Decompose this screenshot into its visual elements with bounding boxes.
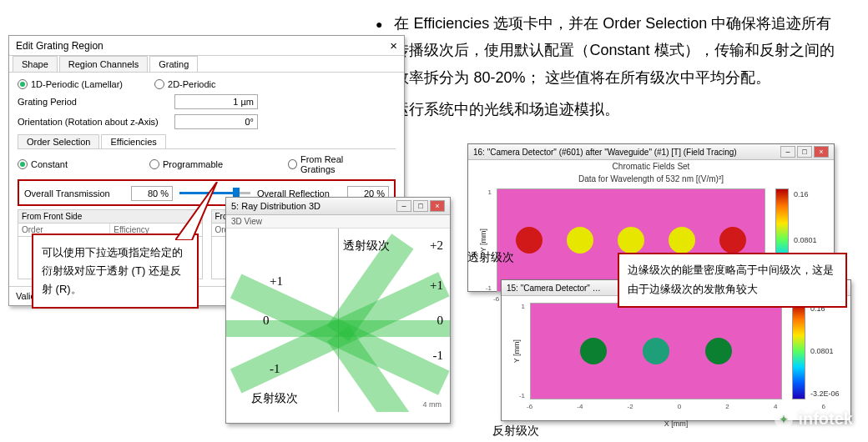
raywin-title: 5: Ray Distribution 3D: [231, 201, 320, 211]
raywin-subtitle: 3D View: [226, 215, 450, 229]
orientation-label: Orientation (Rotation about z-Axis): [18, 117, 168, 127]
callout-box: 可以使用下拉选项指定给定的衍射级对应于透射 (T) 还是反射 (R)。: [32, 234, 199, 309]
order-minus1-r: -1: [433, 349, 444, 363]
grating-period-label: Grating Period: [18, 97, 168, 107]
bullet-list: ●在 Efficiencies 选项卡中，并在 Order Selection …: [376, 10, 843, 129]
close-icon[interactable]: ×: [814, 146, 829, 158]
subtab-efficiencies[interactable]: Efficiencies: [101, 134, 165, 148]
order-zero-r: 0: [437, 314, 444, 328]
fieldwin-trans-subhead: Chromatic Fields Set: [468, 160, 834, 173]
ray-canvas[interactable]: 透射级次 反射级次 +2 +1 0 -1 +1 0 -1 4 mm: [226, 229, 450, 412]
tab-shape[interactable]: Shape: [13, 56, 58, 72]
close-icon[interactable]: ×: [430, 200, 445, 212]
scale-bar-label: 4 mm: [423, 400, 442, 409]
ray-distribution-window: 5: Ray Distribution 3D – □ × 3D View 透射级…: [225, 197, 451, 424]
callout-pointer: [175, 182, 234, 240]
refl-orders-caption: 反射级次: [251, 391, 298, 406]
fieldwin-trans-caption: Data for Wavelength of 532 nm [(V/m)²]: [468, 173, 834, 185]
fieldwin-trans-title: 16: "Camera Detector" (#601) after "Wave…: [473, 148, 737, 157]
watermark: ✦ infotek: [775, 409, 853, 429]
minimize-icon[interactable]: –: [780, 146, 795, 158]
order-zero-l: 0: [263, 314, 270, 328]
bullet-text-2: 运行系统中的光线和场追迹模拟。: [394, 96, 843, 124]
maximize-icon[interactable]: □: [797, 146, 812, 158]
radio-1d-periodic[interactable]: 1D-Periodic (Lamellar): [18, 79, 123, 89]
wechat-icon: ✦: [775, 410, 793, 429]
refl-window-label: 反射级次: [492, 424, 539, 439]
grating-period-input[interactable]: [174, 94, 258, 109]
close-icon[interactable]: ×: [390, 38, 397, 53]
bullet-text-1: 在 Efficiencies 选项卡中，并在 Order Selection 中…: [394, 10, 843, 91]
trans-window-label: 透射级次: [467, 250, 514, 265]
order-plus2: +2: [430, 239, 443, 253]
dialog-title: Edit Grating Region: [16, 40, 103, 52]
fieldwin-refl-title: 15: "Camera Detector" …: [507, 284, 601, 293]
svg-marker-0: [175, 182, 217, 240]
subtab-order-selection[interactable]: Order Selection: [18, 134, 99, 148]
order-minus1-l: -1: [270, 362, 280, 376]
order-plus1: +1: [430, 279, 443, 293]
order-plus1-l: +1: [270, 274, 283, 289]
radio-constant[interactable]: Constant: [18, 159, 68, 169]
trans-orders-caption: 透射级次: [343, 239, 390, 254]
overall-transmission-label: Overall Transmission: [24, 188, 124, 198]
radio-2d-periodic[interactable]: 2D-Periodic: [154, 79, 215, 89]
minimize-icon[interactable]: –: [396, 200, 411, 212]
maximize-icon[interactable]: □: [413, 200, 428, 212]
refl-plot[interactable]: [530, 303, 782, 399]
orientation-input[interactable]: [174, 114, 258, 129]
radio-programmable[interactable]: Programmable: [149, 159, 223, 169]
note-box: 边缘级次的能量密度略高于中间级次，这是由于边缘级次的发散角较大: [618, 253, 847, 308]
colorbar: [792, 303, 805, 399]
radio-from-real-gratings[interactable]: From Real Gratings: [288, 154, 371, 174]
tab-region-channels[interactable]: Region Channels: [59, 56, 148, 72]
tab-grating[interactable]: Grating: [149, 56, 198, 72]
overall-transmission-input[interactable]: [131, 186, 173, 201]
